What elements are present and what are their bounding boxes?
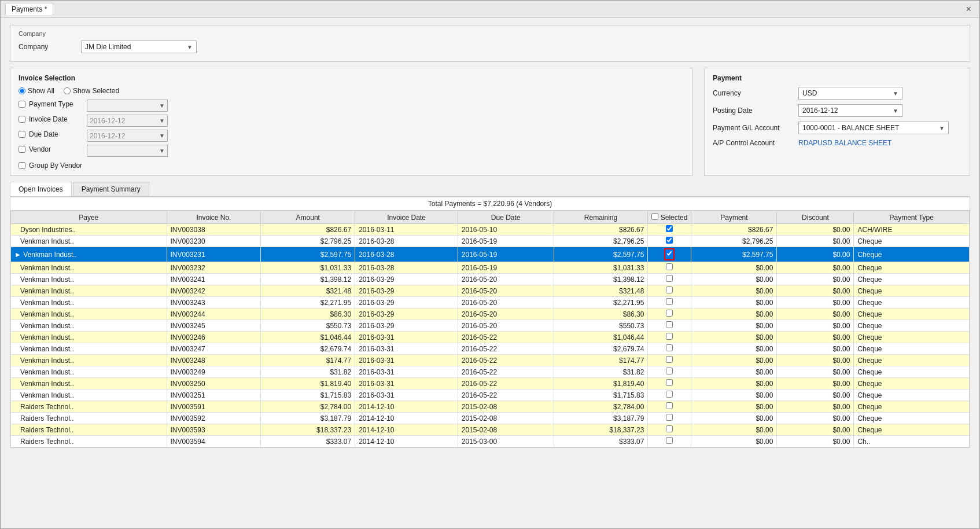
show-all-radio-input[interactable]	[19, 87, 25, 94]
group-by-vendor-checkbox[interactable]	[19, 162, 25, 169]
table-row[interactable]: Venkman Indust.. INV003244 $86.30 2016-0…	[11, 308, 970, 320]
cell-invoice-no: INV003593	[167, 424, 261, 436]
show-selected-radio[interactable]: Show Selected	[64, 87, 119, 95]
row-checkbox[interactable]	[666, 286, 673, 293]
cell-selected[interactable]	[648, 355, 691, 366]
invoice-date-checkbox-label[interactable]: Invoice Date	[19, 115, 82, 123]
table-row[interactable]: Venkman Indust.. INV003230 $2,796.25 201…	[11, 236, 970, 247]
cell-selected[interactable]	[648, 424, 691, 436]
row-checkbox[interactable]	[666, 391, 673, 398]
tab-open-invoices[interactable]: Open Invoices	[10, 182, 72, 196]
cell-invoice-no: INV003243	[167, 297, 261, 308]
row-checkbox[interactable]	[666, 225, 673, 232]
table-row[interactable]: Venkman Indust.. INV003246 $1,046.44 201…	[11, 332, 970, 343]
posting-date-select[interactable]: 2016-12-12 ▼	[798, 104, 902, 117]
row-checkbox[interactable]	[666, 379, 673, 386]
invoice-date-arrow: ▼	[159, 117, 165, 124]
row-checkbox[interactable]	[666, 250, 673, 257]
payment-type-label: Payment Type	[29, 100, 73, 108]
due-date-checkbox-label[interactable]: Due Date	[19, 130, 82, 138]
cell-selected[interactable]	[648, 320, 691, 332]
cell-selected[interactable]	[648, 332, 691, 343]
company-select[interactable]: JM Die Limited ▼	[81, 41, 197, 53]
cell-payment-type: Cheque	[854, 355, 970, 366]
row-checkbox[interactable]	[666, 356, 673, 363]
col-invoice-no: Invoice No.	[167, 211, 261, 224]
ap-control-link[interactable]: RDAPUSD BALANCE SHEET	[798, 139, 891, 147]
table-row[interactable]: Venkman Indust.. INV003241 $1,398.12 201…	[11, 274, 970, 285]
show-all-radio[interactable]: Show All	[19, 87, 54, 95]
table-row[interactable]: Venkman Indust.. INV003247 $2,679.74 201…	[11, 343, 970, 355]
company-dropdown-arrow: ▼	[187, 44, 193, 50]
table-row[interactable]: Venkman Indust.. INV003249 $31.82 2016-0…	[11, 366, 970, 378]
payment-gl-select[interactable]: 1000-0001 - BALANCE SHEET ▼	[798, 122, 949, 134]
table-row[interactable]: Venkman Indust.. INV003232 $1,031.33 201…	[11, 262, 970, 274]
cell-selected[interactable]	[648, 413, 691, 424]
table-row[interactable]: Raiders Technol.. INV003593 $18,337.23 2…	[11, 424, 970, 436]
cell-amount: $3,187.79	[261, 413, 355, 424]
cell-selected[interactable]	[648, 224, 691, 236]
cell-payee: Venkman Indust..	[11, 320, 167, 332]
cell-remaining: $2,784.00	[554, 401, 648, 413]
table-row[interactable]: Venkman Indust.. INV003242 $321.48 2016-…	[11, 285, 970, 297]
cell-selected[interactable]	[648, 297, 691, 308]
cell-selected[interactable]	[648, 236, 691, 247]
payment-type-select[interactable]: ▼	[87, 100, 168, 112]
due-date-value: 2016-12-12	[90, 132, 125, 140]
payment-type-checkbox-label[interactable]: Payment Type	[19, 100, 82, 108]
table-row[interactable]: Venkman Indust.. INV003250 $1,819.40 201…	[11, 378, 970, 390]
cell-selected[interactable]	[648, 308, 691, 320]
due-date-checkbox[interactable]	[19, 131, 25, 138]
cell-selected[interactable]	[648, 378, 691, 390]
table-row[interactable]: Raiders Technol.. INV003592 $3,187.79 20…	[11, 413, 970, 424]
row-checkbox[interactable]	[666, 402, 673, 409]
show-selected-radio-input[interactable]	[64, 87, 71, 94]
cell-payment: $0.00	[691, 285, 777, 297]
table-row[interactable]: Dyson Industries.. INV003038 $826.67 201…	[11, 224, 970, 236]
row-checkbox[interactable]	[666, 321, 673, 328]
invoice-date-select[interactable]: 2016-12-12 ▼	[87, 115, 168, 127]
row-checkbox[interactable]	[666, 237, 673, 244]
cell-selected[interactable]	[648, 366, 691, 378]
row-checkbox[interactable]	[666, 414, 673, 421]
row-checkbox[interactable]	[666, 333, 673, 340]
cell-selected[interactable]	[648, 436, 691, 447]
table-row[interactable]: Raiders Technol.. INV003594 $333.07 2014…	[11, 436, 970, 447]
cell-selected[interactable]	[648, 285, 691, 297]
cell-selected[interactable]	[648, 390, 691, 401]
payment-type-checkbox[interactable]	[19, 101, 25, 108]
cell-invoice-no: INV003251	[167, 390, 261, 401]
vendor-checkbox[interactable]	[19, 146, 25, 153]
table-row[interactable]: Venkman Indust.. INV003251 $1,715.83 201…	[11, 390, 970, 401]
row-checkbox[interactable]	[666, 298, 673, 305]
row-checkbox[interactable]	[666, 310, 673, 317]
vendor-checkbox-label[interactable]: Vendor	[19, 145, 82, 153]
payment-panel-title: Payment	[713, 74, 961, 82]
due-date-select[interactable]: 2016-12-12 ▼	[87, 130, 168, 142]
table-row[interactable]: Venkman Indust.. INV003248 $174.77 2016-…	[11, 355, 970, 366]
close-button[interactable]: ×	[963, 4, 975, 14]
row-checkbox[interactable]	[666, 263, 673, 270]
cell-payee: Venkman Indust..	[11, 366, 167, 378]
cell-selected[interactable]	[648, 401, 691, 413]
table-row[interactable]: Venkman Indust.. INV003245 $550.73 2016-…	[11, 320, 970, 332]
row-checkbox[interactable]	[666, 344, 673, 351]
cell-selected[interactable]	[648, 274, 691, 285]
cell-selected[interactable]	[648, 262, 691, 274]
tab-payment-summary[interactable]: Payment Summary	[73, 182, 149, 196]
invoice-date-checkbox[interactable]	[19, 116, 25, 123]
cell-selected[interactable]	[648, 247, 691, 262]
row-checkbox[interactable]	[666, 275, 673, 282]
row-checkbox[interactable]	[666, 368, 673, 374]
vendor-select[interactable]: ▼	[87, 145, 168, 157]
select-all-checkbox[interactable]	[651, 213, 658, 220]
table-row[interactable]: ► Venkman Indust.. INV003231 $2,597.75 2…	[11, 247, 970, 262]
table-row[interactable]: Raiders Technol.. INV003591 $2,784.00 20…	[11, 401, 970, 413]
cell-selected[interactable]	[648, 343, 691, 355]
window-tab[interactable]: Payments *	[5, 3, 53, 15]
row-checkbox[interactable]	[666, 425, 673, 432]
cell-invoice-date: 2016-03-31	[355, 343, 458, 355]
table-row[interactable]: Venkman Indust.. INV003243 $2,271.95 201…	[11, 297, 970, 308]
row-checkbox[interactable]	[666, 437, 673, 444]
currency-select[interactable]: USD ▼	[798, 87, 902, 100]
